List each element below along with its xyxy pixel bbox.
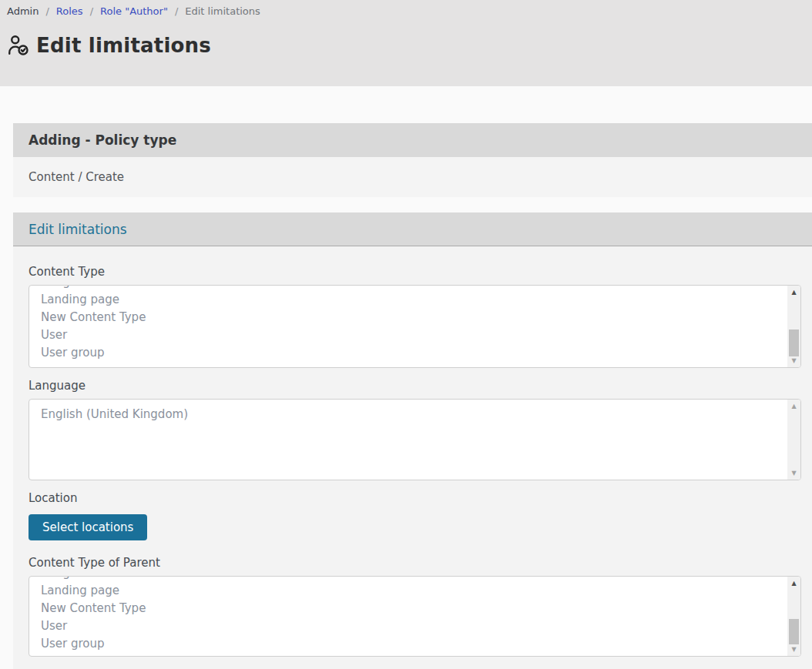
vertical-scrollbar[interactable]: ▲ ▼	[787, 400, 800, 480]
option[interactable]: User	[41, 617, 777, 635]
breadcrumb: Admin / Roles / Role "Author" / Edit lim…	[6, 5, 812, 17]
content-type-of-parent-options: Image Landing page New Content Type User…	[29, 576, 800, 653]
breadcrumb-separator: /	[90, 5, 93, 17]
edit-limitations-card-title: Edit limitations	[29, 222, 127, 237]
language-label: Language	[29, 379, 801, 393]
breadcrumb-link-roles[interactable]: Roles	[56, 5, 83, 17]
vertical-scrollbar[interactable]: ▲ ▼	[787, 286, 800, 367]
policy-type-card-title: Adding - Policy type	[29, 132, 176, 148]
field-content-type-of-parent: Content Type of Parent Image Landing pag…	[29, 556, 801, 657]
page-title: Edit limitations	[36, 34, 211, 57]
field-content-type: Content Type Image Landing page New Cont…	[29, 265, 801, 368]
breadcrumb-link-role-author[interactable]: Role "Author"	[100, 5, 168, 17]
scroll-down-icon[interactable]: ▼	[787, 643, 800, 656]
option[interactable]: Landing page	[41, 291, 777, 309]
option[interactable]: New Content Type	[41, 600, 777, 617]
main-content: Adding - Policy type Content / Create Ed…	[0, 86, 812, 669]
option[interactable]: New Content Type	[41, 309, 777, 326]
breadcrumb-separator: /	[45, 5, 49, 17]
scroll-up-icon[interactable]: ▲	[787, 286, 800, 299]
option-partial[interactable]: Image	[41, 285, 777, 291]
breadcrumb-current: Edit limitations	[185, 5, 260, 17]
field-location: Location Select locations	[29, 491, 801, 540]
policy-type-card: Adding - Policy type Content / Create	[13, 123, 812, 197]
language-listbox[interactable]: English (United Kingdom) ▲ ▼	[29, 399, 801, 480]
language-options: English (United Kingdom)	[29, 400, 800, 423]
field-language: Language English (United Kingdom) ▲ ▼	[29, 379, 801, 480]
policy-type-card-header: Adding - Policy type	[13, 123, 812, 157]
option[interactable]: User	[41, 326, 777, 344]
title-row: Edit limitations	[6, 33, 812, 58]
breadcrumb-separator: /	[175, 5, 178, 17]
location-label: Location	[29, 491, 801, 505]
policy-type-card-body: Content / Create	[13, 157, 812, 197]
scroll-up-icon[interactable]: ▲	[787, 577, 800, 590]
policy-type-value: Content / Create	[29, 170, 124, 184]
option[interactable]: English (United Kingdom)	[41, 406, 777, 423]
edit-limitations-form: Content Type Image Landing page New Cont…	[13, 246, 812, 669]
option[interactable]: User group	[41, 344, 777, 362]
breadcrumb-admin: Admin	[7, 5, 39, 17]
edit-limitations-card: Edit limitations Content Type Image Land…	[13, 212, 812, 669]
option-partial[interactable]: Image	[41, 576, 777, 582]
content-type-label: Content Type	[29, 265, 801, 279]
select-locations-button[interactable]: Select locations	[29, 514, 147, 540]
content-type-options: Image Landing page New Content Type User…	[29, 285, 800, 362]
scroll-up-icon[interactable]: ▲	[787, 400, 800, 413]
content-type-listbox[interactable]: Image Landing page New Content Type User…	[29, 285, 801, 368]
vertical-scrollbar[interactable]: ▲ ▼	[787, 577, 800, 656]
content-type-of-parent-label: Content Type of Parent	[29, 556, 801, 570]
scroll-down-icon[interactable]: ▼	[787, 467, 800, 480]
option[interactable]: User group	[41, 635, 777, 653]
scroll-down-icon[interactable]: ▼	[787, 354, 800, 367]
scrollbar-thumb[interactable]	[789, 619, 799, 644]
option[interactable]: Landing page	[41, 582, 777, 600]
edit-limitations-card-header: Edit limitations	[13, 212, 812, 246]
page-header: Admin / Roles / Role "Author" / Edit lim…	[0, 0, 812, 86]
content-type-of-parent-listbox[interactable]: Image Landing page New Content Type User…	[29, 576, 801, 657]
scrollbar-thumb[interactable]	[789, 329, 799, 356]
role-check-icon	[7, 33, 30, 58]
